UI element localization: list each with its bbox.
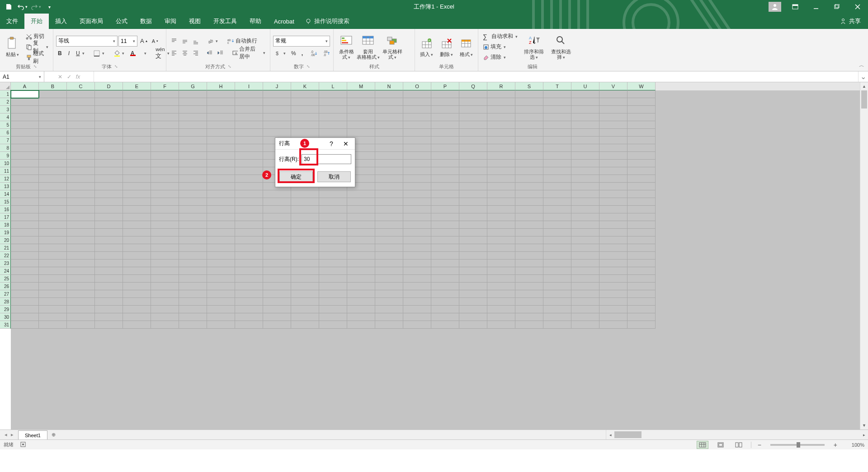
tab-dev[interactable]: 开发工具: [207, 14, 243, 29]
user-avatar[interactable]: [769, 2, 781, 12]
autosum-button[interactable]: ∑ 自动求和▾: [481, 32, 519, 42]
column-header[interactable]: G: [179, 82, 207, 90]
increase-indent-button[interactable]: [216, 48, 226, 58]
row-header[interactable]: 1: [0, 90, 11, 98]
zoom-level[interactable]: 100%: [844, 442, 864, 448]
page-break-view-button[interactable]: [733, 441, 745, 449]
row-header[interactable]: 9: [0, 152, 11, 160]
maximize-icon[interactable]: [826, 0, 847, 14]
close-icon[interactable]: [847, 0, 868, 14]
zoom-out-button[interactable]: −: [758, 441, 761, 448]
undo-icon[interactable]: ▾: [16, 1, 28, 13]
column-header[interactable]: E: [123, 82, 151, 90]
dialog-help-button[interactable]: ?: [326, 138, 337, 149]
font-name-select[interactable]: 等线▾: [56, 36, 118, 47]
column-header[interactable]: J: [263, 82, 291, 90]
ribbon-display-icon[interactable]: [785, 0, 806, 14]
tab-layout[interactable]: 页面布局: [73, 14, 109, 29]
row-header[interactable]: 26: [0, 283, 11, 290]
zoom-in-button[interactable]: +: [834, 441, 837, 448]
zoom-slider[interactable]: [770, 444, 825, 446]
format-cells-button[interactable]: 格式▾: [457, 32, 475, 62]
row-header[interactable]: 14: [0, 190, 11, 198]
collapse-ribbon-icon[interactable]: ︿: [859, 61, 864, 69]
dialog-close-button[interactable]: ✕: [340, 138, 351, 149]
orientation-button[interactable]: ab▾: [205, 36, 220, 46]
tab-review[interactable]: 审阅: [158, 14, 183, 29]
align-bottom-button[interactable]: [191, 36, 201, 46]
table-format-button[interactable]: 套用 表格格式▾: [358, 32, 378, 62]
comma-button[interactable]: ,: [300, 48, 305, 58]
row-header[interactable]: 25: [0, 275, 11, 283]
tab-file[interactable]: 文件: [0, 14, 24, 29]
merge-center-button[interactable]: a合并后居中▾: [231, 48, 267, 58]
delete-cells-button[interactable]: 删除▾: [438, 32, 456, 62]
row-header[interactable]: 22: [0, 252, 11, 260]
sheet-nav-next-icon[interactable]: ▸: [11, 432, 14, 438]
column-header[interactable]: T: [543, 82, 571, 90]
clear-button[interactable]: 清除▾: [481, 52, 519, 62]
row-header[interactable]: 2: [0, 98, 11, 106]
column-header[interactable]: V: [599, 82, 627, 90]
font-launcher-icon[interactable]: ⤡: [114, 64, 118, 69]
decrease-decimal-button[interactable]: .00.0: [321, 48, 332, 58]
scroll-thumb[interactable]: [861, 90, 867, 109]
column-header[interactable]: S: [515, 82, 543, 90]
format-painter-button[interactable]: 格式刷: [24, 52, 50, 62]
align-left-button[interactable]: [169, 48, 179, 58]
row-header[interactable]: 27: [0, 290, 11, 298]
row-header[interactable]: 17: [0, 213, 11, 221]
ok-button[interactable]: 确定: [279, 171, 313, 182]
paste-button[interactable]: 粘贴▾: [3, 32, 22, 62]
page-layout-view-button[interactable]: [715, 441, 726, 449]
tell-me-search[interactable]: 操作说明搜索: [301, 14, 354, 29]
underline-button[interactable]: U▾: [74, 48, 86, 58]
qat-customize-icon[interactable]: ▾: [43, 1, 55, 13]
align-middle-button[interactable]: [180, 36, 190, 46]
row-header[interactable]: 12: [0, 175, 11, 183]
column-header[interactable]: R: [487, 82, 515, 90]
column-header[interactable]: H: [207, 82, 235, 90]
column-header[interactable]: P: [431, 82, 459, 90]
sheet-nav-prev-icon[interactable]: ◂: [5, 432, 7, 438]
row-header[interactable]: 31: [0, 321, 11, 329]
align-right-button[interactable]: [191, 48, 201, 58]
add-sheet-button[interactable]: ⊕: [47, 430, 60, 439]
column-header[interactable]: A: [11, 82, 39, 90]
column-header[interactable]: B: [39, 82, 67, 90]
column-header[interactable]: W: [627, 82, 656, 90]
fill-button[interactable]: 填充▾: [481, 42, 519, 52]
column-header[interactable]: M: [347, 82, 375, 90]
row-header[interactable]: 24: [0, 267, 11, 275]
column-header[interactable]: N: [375, 82, 403, 90]
row-header[interactable]: 10: [0, 160, 11, 167]
cancel-button[interactable]: 取消: [317, 171, 351, 182]
cells-area[interactable]: [11, 90, 860, 430]
find-select-button[interactable]: 查找和选择▾: [548, 32, 574, 62]
enter-formula-icon[interactable]: ✓: [67, 74, 71, 80]
row-header[interactable]: 21: [0, 244, 11, 252]
redo-icon[interactable]: ▾: [30, 1, 42, 13]
insert-cells-button[interactable]: +插入▾: [418, 32, 436, 62]
align-launcher-icon[interactable]: ⤡: [228, 64, 231, 69]
row-header[interactable]: 4: [0, 113, 11, 121]
row-header[interactable]: 3: [0, 106, 11, 113]
increase-decimal-button[interactable]: .0.00: [308, 48, 319, 58]
percent-button[interactable]: %: [289, 48, 298, 58]
tab-view[interactable]: 视图: [183, 14, 207, 29]
row-header[interactable]: 11: [0, 167, 11, 175]
row-header[interactable]: 18: [0, 221, 11, 229]
column-header[interactable]: K: [291, 82, 319, 90]
column-header[interactable]: D: [95, 82, 123, 90]
column-header[interactable]: L: [319, 82, 347, 90]
column-header[interactable]: I: [235, 82, 263, 90]
fill-color-button[interactable]: ▾: [112, 48, 126, 58]
align-center-button[interactable]: [180, 48, 190, 58]
row-header[interactable]: 20: [0, 236, 11, 244]
row-header[interactable]: 19: [0, 229, 11, 236]
cancel-formula-icon[interactable]: ✕: [58, 74, 62, 80]
clipboard-launcher-icon[interactable]: ⤡: [33, 64, 37, 69]
column-header[interactable]: Q: [459, 82, 487, 90]
macro-record-icon[interactable]: [20, 441, 26, 448]
conditional-format-button[interactable]: 条件格式▾: [336, 32, 356, 62]
